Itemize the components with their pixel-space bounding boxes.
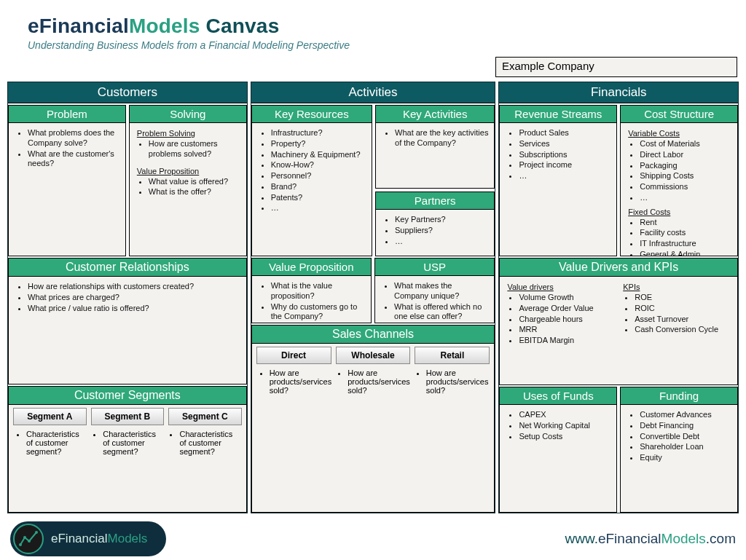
list-item: What prices are charged?	[28, 293, 240, 303]
tab-segment-b[interactable]: Segment B	[91, 408, 165, 425]
channel-cols: How are products/services sold? How are …	[252, 366, 495, 512]
list-item: Project income	[519, 160, 610, 170]
list-item: Rent	[640, 218, 731, 228]
svg-point-3	[35, 531, 38, 534]
stack-activities-partners: Key Activities What are the key activiti…	[375, 105, 495, 256]
section-title: Variable Costs	[628, 129, 731, 138]
cell-revenue: Revenue Streams Product Sales Services S…	[499, 105, 617, 256]
company-name-box[interactable]: Example Company	[495, 57, 737, 77]
cell-h-key-resources: Key Resources	[252, 106, 372, 123]
svg-point-1	[23, 536, 26, 539]
cell-cust-rel: Customer Relationships How are relations…	[8, 258, 247, 384]
list-item: How are products/services sold?	[270, 368, 332, 395]
cell-value-prop: Value Proposition What is the value prop…	[251, 258, 372, 323]
svg-point-2	[28, 540, 31, 543]
list-item: What is offered which no one else can of…	[394, 302, 488, 323]
cell-body-key-activities: What are the key activities of the Compa…	[376, 123, 494, 188]
list-item: …	[519, 171, 610, 181]
tab-direct[interactable]: Direct	[256, 347, 331, 364]
cell-h-usp: USP	[375, 259, 494, 276]
url-financial: Financial	[606, 531, 661, 546]
list-item: Asset Turnover	[635, 315, 731, 325]
title-models: Models	[129, 15, 200, 37]
segment-cols: Characteristics of customer segment? Cha…	[9, 427, 246, 512]
list-item: …	[395, 237, 488, 247]
list-item: What is the value proposition?	[271, 281, 365, 301]
tab-retail[interactable]: Retail	[415, 347, 490, 364]
list-item: How are products/services sold?	[348, 368, 410, 395]
list-item: Facility costs	[640, 228, 731, 238]
logo-pill: eFinancialModels	[10, 521, 166, 556]
list-item: Characteristics of customer segment?	[26, 430, 87, 456]
segment-tabs: Segment A Segment B Segment C	[9, 405, 246, 427]
cell-body-cust-rel: How are relationships with customers cre…	[9, 277, 246, 384]
footer: eFinancialModels www.eFinancialModels.co…	[0, 518, 746, 560]
list-item: Customer Advances	[640, 410, 731, 420]
list-item: Property?	[271, 139, 366, 149]
cell-h-cust-rel: Customer Relationships	[9, 259, 246, 277]
list-item: How are relationships with customers cre…	[28, 282, 240, 292]
title-financial: Financial	[39, 15, 129, 37]
logo-text: eFinancialModels	[51, 532, 147, 546]
list-item: Services	[519, 139, 610, 149]
list-item: Key Partners?	[395, 215, 488, 225]
cell-body-partners: Key Partners? Suppliers? …	[376, 210, 494, 256]
cell-h-key-activities: Key Activities	[376, 106, 494, 123]
col-header-activities: Activities	[251, 82, 495, 103]
list-item: Direct Labor	[640, 150, 731, 160]
cell-body-cost: Variable Costs Cost of Materials Direct …	[621, 123, 737, 256]
list-item: MRR	[519, 325, 616, 335]
section-title: Value Proposition	[137, 167, 240, 176]
subtitle: Understanding Business Models from a Fin…	[28, 39, 739, 51]
col-financials: Financials Revenue Streams Product Sales…	[498, 82, 739, 513]
cell-cost: Cost Structure Variable Costs Cost of Ma…	[620, 105, 738, 256]
list-item: CAPEX	[519, 410, 610, 420]
cell-h-cust-segments: Customer Segments	[9, 387, 246, 405]
list-item: Product Sales	[519, 128, 610, 138]
list-item: IT Infrastructure	[640, 239, 731, 249]
cell-h-value-drivers: Value Drivers and KPIs	[500, 259, 737, 277]
cell-sales-channels: Sales Channels Direct Wholesale Retail H…	[251, 325, 495, 513]
channel-tabs: Direct Wholesale Retail	[252, 344, 495, 366]
cell-h-revenue: Revenue Streams	[500, 106, 616, 123]
col-customers: Customers Problem What problems does the…	[7, 82, 248, 513]
col-header-customers: Customers	[8, 82, 247, 103]
list-item: ROE	[635, 293, 731, 303]
row-revenue-cost: Revenue Streams Product Sales Services S…	[499, 105, 738, 256]
cell-body-key-resources: Infrastructure? Property? Machinery & Eq…	[252, 123, 372, 256]
cell-h-cost: Cost Structure	[621, 106, 737, 123]
list-item: EBITDA Margin	[519, 336, 616, 346]
col-activities: Activities Key Resources Infrastructure?…	[251, 82, 496, 513]
list-item: What are the key activities of the Compa…	[395, 128, 488, 149]
tab-segment-c[interactable]: Segment C	[168, 408, 242, 425]
list-item: Shipping Costs	[640, 171, 731, 181]
list-item: …	[271, 203, 366, 213]
list-item: Personnel?	[271, 171, 366, 181]
list-item: Convertible Debt	[640, 432, 731, 442]
cell-h-funding: Funding	[621, 387, 737, 405]
list-item: What makes the Company unique?	[394, 281, 488, 301]
list-item: Brand?	[271, 182, 366, 192]
header: eFinancialModels Canvas Understanding Bu…	[0, 0, 746, 54]
cell-body-value-drivers: Value drivers Volume Growth Average Orde…	[500, 277, 737, 384]
list-item: Equity	[640, 453, 731, 463]
cell-body-revenue: Product Sales Services Subscriptions Pro…	[500, 123, 616, 256]
cell-body-value-prop: What is the value proposition? Why do cu…	[252, 276, 371, 323]
url-models: Models	[661, 531, 706, 546]
cell-h-sales-channels: Sales Channels	[252, 326, 495, 344]
list-item: Chargeable hours	[519, 315, 616, 325]
list-item: Patents?	[271, 193, 366, 203]
page-title: eFinancialModels Canvas	[28, 15, 739, 38]
cell-problem: Problem What problems does the Company s…	[8, 105, 126, 256]
row-problem-solving: Problem What problems does the Company s…	[8, 105, 247, 256]
section-title: Fixed Costs	[628, 208, 731, 216]
list-item: Shareholder Loan	[640, 442, 731, 452]
cell-h-solving: Solving	[130, 106, 246, 123]
list-item: Average Order Value	[519, 304, 616, 314]
cell-body-problem: What problems does the Company solve? Wh…	[9, 123, 125, 256]
logo-financial: Financial	[58, 532, 107, 545]
tab-wholesale[interactable]: Wholesale	[336, 347, 411, 364]
list-item: Know-How?	[271, 160, 366, 170]
footer-url[interactable]: www.eFinancialModels.com	[565, 531, 736, 547]
tab-segment-a[interactable]: Segment A	[13, 408, 87, 425]
